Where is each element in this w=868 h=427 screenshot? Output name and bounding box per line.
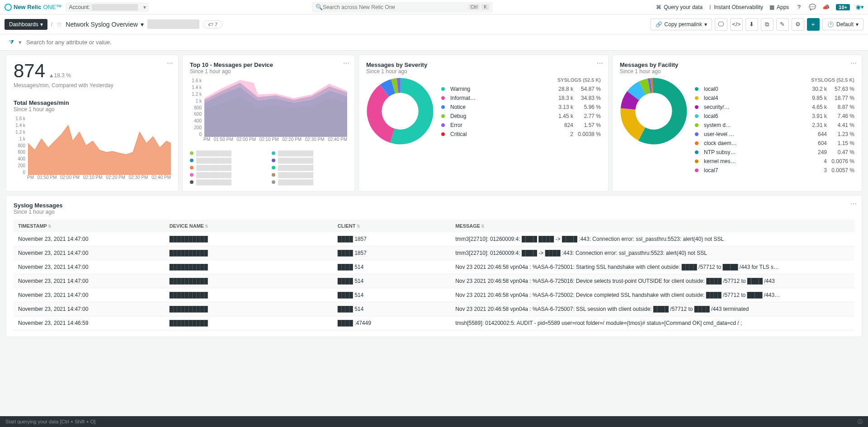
legend-row[interactable]: system d…2.31 k4.41 % <box>695 121 854 130</box>
card-menu-icon[interactable]: ⋯ <box>850 60 857 67</box>
legend-row[interactable]: local63.91 k7.46 % <box>695 112 854 121</box>
legend-percent: 0.47 % <box>830 149 854 155</box>
tag-chip[interactable]: 🏷7 <box>203 20 222 28</box>
table-header[interactable]: CLIENT⇅ <box>333 220 451 232</box>
table-cell: Nov 23 2021 20:46:58 vpn04a : %ASA-6-725… <box>451 274 854 288</box>
legend-item[interactable]: ██████████ <box>272 165 347 170</box>
add-button[interactable]: ＋ <box>807 18 820 31</box>
info-icon[interactable]: ⓘ <box>858 418 863 425</box>
table-row[interactable]: November 23, 2021 14:47:00██████████████… <box>14 288 854 302</box>
table-header[interactable]: DEVICE NAME⇅ <box>165 220 333 232</box>
legend-row[interactable]: local030.2 k57.63 % <box>695 84 854 94</box>
instant-obs-link[interactable]: ⫶Instant Observability <box>709 4 763 10</box>
legend-row[interactable]: local49.85 k18.77 % <box>695 94 854 103</box>
legend-row[interactable]: user-level …6441.23 % <box>695 130 854 139</box>
user-menu-icon[interactable]: ◉▾ <box>856 4 863 11</box>
tv-mode-icon[interactable]: 🖵 <box>715 18 727 31</box>
filter-input[interactable] <box>26 39 859 46</box>
legend-value: 2.31 k <box>804 122 827 128</box>
table-row[interactable]: November 23, 2021 14:46:59██████████████… <box>14 316 854 330</box>
announce-icon[interactable]: 📣 <box>822 4 830 11</box>
card-menu-icon[interactable]: ⋯ <box>597 60 604 67</box>
title-text: Network Syslog Overview <box>66 21 138 28</box>
table-row[interactable]: November 23, 2021 14:47:00██████████████… <box>14 274 854 288</box>
card-menu-icon[interactable]: ⋯ <box>343 60 350 67</box>
legend-row[interactable]: local730.0057 % <box>695 166 854 175</box>
account-selector[interactable]: Account: ████████████ <box>66 2 149 12</box>
legend-dot-icon <box>441 96 445 100</box>
legend-item[interactable]: ██████████ <box>190 158 265 163</box>
favorite-star-icon[interactable]: ☆ <box>56 20 62 28</box>
notifications-badge[interactable]: 10+ <box>836 4 850 10</box>
table-header[interactable]: TIMESTAMP⇅ <box>14 220 165 232</box>
edit-icon[interactable]: ✎ <box>776 18 789 31</box>
trend-val: 18.3 % <box>54 72 71 79</box>
severity-card: ⋯ Messages by Severity Since 1 hour ago … <box>359 55 608 191</box>
card-menu-icon[interactable]: ⋯ <box>850 200 857 207</box>
legend-value: 824 <box>551 122 573 128</box>
legend-dot-icon <box>695 123 698 127</box>
legend-row[interactable]: Critical20.0038 % <box>441 130 601 139</box>
dashboards-button[interactable]: Dashboards▾ <box>5 19 47 30</box>
copy-permalink-button[interactable]: 🔗Copy permalink▾ <box>651 19 712 30</box>
card-menu-icon[interactable]: ⋯ <box>167 60 174 67</box>
legend-row[interactable]: kernel mes…40.0076 % <box>695 157 854 166</box>
time-range-button[interactable]: 🕐Default▾ <box>822 19 863 30</box>
search-icon: 🔍 <box>316 4 323 10</box>
help-icon[interactable]: ? <box>795 4 802 11</box>
brand-logo[interactable]: New Relic ONE™ <box>5 4 62 11</box>
footer-text: Start querying your data [Ctrl + Shift +… <box>5 419 95 424</box>
table-cell: November 23, 2021 14:47:00 <box>14 302 165 316</box>
legend-item[interactable]: ██████████ <box>190 179 265 185</box>
facility-header: SYSLOGS (52.5 K) <box>695 77 854 83</box>
table-cell: ██████████ <box>165 232 333 246</box>
legend-row[interactable]: Debug1.45 k2.77 % <box>441 112 601 121</box>
legend-item[interactable]: ██████████ <box>272 172 347 178</box>
filter-icon[interactable]: ⧩ <box>9 39 14 46</box>
legend-row[interactable]: Informat…18.3 k34.83 % <box>441 94 601 103</box>
legend-dot-icon <box>272 151 275 155</box>
global-search[interactable]: 🔍 Ctrl K <box>312 2 493 13</box>
legend-item[interactable]: ██████████ <box>272 179 347 185</box>
dashboard-title[interactable]: Network Syslog Overview▾ <box>66 21 144 28</box>
footer-cmd[interactable]: Start querying your data [Ctrl + Shift +… <box>0 416 868 427</box>
logo-mark-icon <box>5 4 12 11</box>
legend-item[interactable]: ██████████ <box>190 165 265 170</box>
query-data-link[interactable]: ⌘Query your data <box>656 4 703 10</box>
table-row[interactable]: November 23, 2021 14:47:00██████████████… <box>14 232 854 246</box>
legend-item[interactable]: ██████████ <box>190 150 265 156</box>
account-label: Account: <box>69 4 90 10</box>
legend-percent: 54.87 % <box>576 86 601 92</box>
chevron-down-icon: ▾ <box>40 21 43 28</box>
chevron-down-icon: ▾ <box>856 21 859 28</box>
table-row[interactable]: November 23, 2021 14:47:00██████████████… <box>14 260 854 274</box>
table-row[interactable]: November 23, 2021 14:47:00██████████████… <box>14 246 854 260</box>
legend-percent: 1.15 % <box>830 140 854 146</box>
legend-row[interactable]: security/…4.65 k8.87 % <box>695 103 854 112</box>
legend-item[interactable]: ██████████ <box>190 172 265 178</box>
legend-dot-icon <box>272 180 275 184</box>
settings-icon[interactable]: ⚙ <box>792 18 804 31</box>
copy-icon[interactable]: ⧉ <box>761 18 774 31</box>
legend-item[interactable]: ██████████ <box>272 150 347 156</box>
code-icon[interactable]: </> <box>730 18 743 31</box>
download-icon[interactable]: ⬇ <box>745 18 758 31</box>
legend-row[interactable]: Notice3.13 k5.96 % <box>441 103 601 112</box>
table-cell: November 23, 2021 14:47:00 <box>14 232 165 246</box>
table-row[interactable]: November 23, 2021 14:47:00██████████████… <box>14 302 854 316</box>
global-search-input[interactable] <box>323 4 467 10</box>
table-header[interactable]: MESSAGE⇅ <box>451 220 854 232</box>
legend-row[interactable]: Warning28.8 k54.87 % <box>441 84 601 94</box>
legend-row[interactable]: NTP subsy…2490.47 % <box>695 148 854 157</box>
legend-item[interactable]: ██████████ <box>272 158 347 163</box>
apps-link[interactable]: ▦Apps <box>769 4 789 10</box>
legend-value: 9.85 k <box>804 95 827 101</box>
table-cell: tmm3[22710]: 01260009:4: ████ ████ -> ██… <box>451 232 854 246</box>
legend-percent: 4.41 % <box>830 122 854 128</box>
feedback-icon[interactable]: 💬 <box>809 4 816 11</box>
chevron-down-icon[interactable]: ▾ <box>19 39 22 46</box>
legend-percent: 7.46 % <box>830 113 854 119</box>
legend-row[interactable]: Error8241.57 % <box>441 121 601 130</box>
legend-row[interactable]: clock daem…6041.15 % <box>695 139 854 148</box>
account-value: ████████████ <box>92 4 138 10</box>
